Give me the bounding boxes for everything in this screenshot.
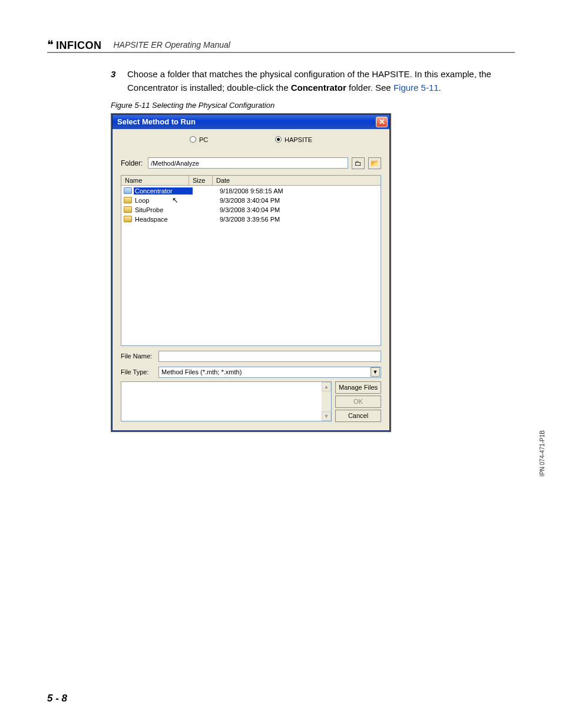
up-folder-button[interactable]: 🗀: [352, 157, 365, 169]
document-id: IPN 074-471-P1B: [539, 430, 546, 476]
ok-button[interactable]: OK: [335, 396, 381, 408]
file-name-label: File Name:: [121, 353, 155, 360]
col-date[interactable]: Date: [213, 176, 381, 185]
new-folder-icon: 📂: [371, 159, 379, 167]
list-item[interactable]: SituProbe 9/3/2008 3:40:04 PM: [121, 205, 381, 215]
file-list[interactable]: Name Size Date Concentrator 9/18/2008 9:: [121, 175, 381, 346]
figure-caption: Figure 5-11 Selecting the Physical Confi…: [111, 101, 491, 110]
dialog-titlebar[interactable]: Select Method to Run ✕: [113, 115, 389, 129]
manual-title: HAPSITE ER Operating Manual: [114, 40, 230, 50]
radio-icon: [190, 136, 196, 143]
file-list-header: Name Size Date: [121, 176, 381, 186]
page-number: 5 - 8: [47, 693, 67, 704]
list-item[interactable]: Loop 9/3/2008 3:40:04 PM: [121, 196, 381, 205]
folder-icon: [124, 197, 132, 203]
page-header: ❝ INFICON HAPSITE ER Operating Manual: [47, 35, 515, 53]
folder-path-input[interactable]: [148, 157, 348, 169]
close-icon: ✕: [379, 118, 385, 126]
info-box: ▲ ▼: [121, 381, 332, 421]
dialog-screenshot: Select Method to Run ✕ PC HAPSITE: [111, 113, 391, 432]
folder-label: Folder:: [121, 159, 144, 167]
list-item[interactable]: Headspace 9/3/2008 3:39:56 PM: [121, 215, 381, 224]
chevron-down-icon: ▼: [371, 367, 380, 377]
file-name-input[interactable]: [158, 351, 381, 362]
cursor-icon: ↖: [172, 196, 178, 205]
file-type-label: File Type:: [121, 368, 155, 375]
dialog-title: Select Method to Run: [117, 117, 196, 126]
file-type-select[interactable]: Method Files (*.mth; *.xmth) ▼: [158, 367, 381, 378]
logo-icon: ❝: [47, 38, 54, 52]
folder-icon: [124, 206, 132, 213]
cancel-button[interactable]: Cancel: [335, 410, 381, 422]
new-folder-button[interactable]: 📂: [368, 157, 381, 169]
manage-files-button[interactable]: Manage Files: [335, 381, 381, 394]
close-button[interactable]: ✕: [376, 117, 388, 127]
up-folder-icon: 🗀: [355, 159, 362, 167]
folder-icon: [124, 187, 132, 194]
col-name[interactable]: Name: [121, 176, 189, 185]
scroll-down-icon[interactable]: ▼: [322, 411, 331, 421]
folder-icon: [124, 216, 132, 222]
brand-logo: ❝ INFICON: [47, 38, 102, 52]
list-item[interactable]: Concentrator 9/18/2008 9:58:15 AM: [121, 186, 381, 196]
col-size[interactable]: Size: [189, 176, 213, 185]
step-number: 3: [111, 67, 119, 95]
step-text: Choose a folder that matches the physica…: [127, 67, 491, 95]
figure-reference-link[interactable]: Figure 5-11: [394, 83, 439, 93]
scroll-up-icon[interactable]: ▲: [322, 382, 331, 391]
radio-hapsite[interactable]: HAPSITE: [275, 136, 312, 143]
logo-text: INFICON: [56, 39, 102, 52]
radio-pc[interactable]: PC: [190, 136, 208, 143]
radio-icon: [275, 136, 282, 143]
instruction-step: 3 Choose a folder that matches the physi…: [111, 67, 491, 95]
